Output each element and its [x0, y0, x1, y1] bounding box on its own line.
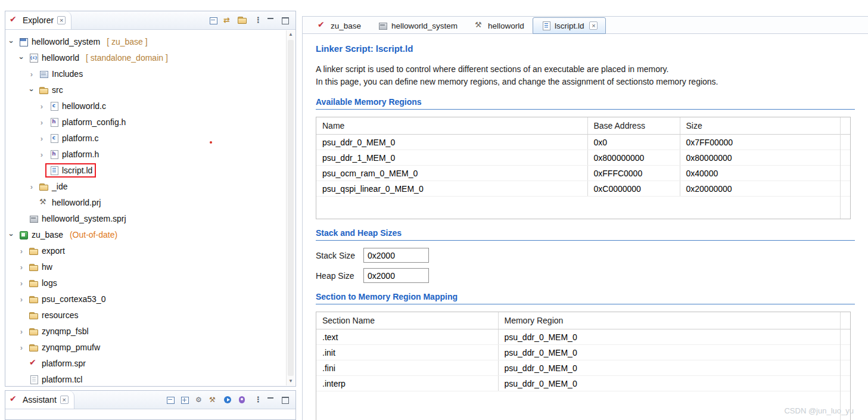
- tree-expand-arrow[interactable]: [37, 133, 46, 143]
- tree-item-body[interactable]: lscript.ld: [46, 164, 95, 176]
- tree-item[interactable]: resources: [5, 307, 285, 323]
- tree-expand-arrow[interactable]: [17, 343, 26, 352]
- tree-item[interactable]: helloworld.c: [5, 98, 285, 114]
- tree-item-body[interactable]: platform_config.h: [46, 116, 128, 128]
- tree-expand-arrow[interactable]: [17, 278, 26, 288]
- tree-item[interactable]: helloworld_system.sprj: [5, 210, 285, 226]
- tree-expand-arrow[interactable]: [27, 69, 36, 79]
- tree-expand-arrow[interactable]: [27, 198, 36, 207]
- editor-tab[interactable]: zu_base: [309, 17, 369, 34]
- tree-expand-arrow[interactable]: [17, 294, 26, 304]
- tree-expand-arrow[interactable]: [37, 101, 46, 111]
- tree-item-body[interactable]: logs: [26, 277, 60, 289]
- explorer-scrollbar[interactable]: ▲ ▼: [286, 30, 295, 385]
- tree-item[interactable]: helloworld [ standalone_domain ]: [5, 49, 285, 66]
- tree-item-body[interactable]: resources: [26, 309, 80, 321]
- tree-expand-arrow[interactable]: [17, 246, 26, 256]
- organize-files-icon[interactable]: [237, 15, 247, 25]
- tree-item[interactable]: hw: [5, 259, 285, 275]
- tree-item-body[interactable]: zynqmp_pmufw: [26, 341, 102, 353]
- column-header[interactable]: Memory Region: [498, 312, 850, 329]
- tree-expand-arrow[interactable]: [17, 375, 26, 384]
- column-header[interactable]: Base Address: [587, 117, 680, 135]
- maximize-icon[interactable]: [280, 15, 290, 25]
- tree-item-body[interactable]: zynqmp_fsbl: [26, 325, 91, 337]
- tree-expand-arrow[interactable]: [37, 117, 46, 127]
- column-header[interactable]: Name: [316, 117, 587, 135]
- tree-item[interactable]: lscript.ld: [5, 162, 285, 178]
- tree-item-body[interactable]: platform.spr: [26, 357, 88, 369]
- link-with-editor-icon[interactable]: [223, 15, 233, 25]
- view-menu-icon[interactable]: [251, 395, 262, 405]
- tree-item-body[interactable]: zu_base (Out-of-date): [16, 229, 120, 241]
- tree-item[interactable]: Includes: [5, 66, 285, 82]
- tree-expand-arrow[interactable]: [17, 53, 26, 63]
- tree-item-body[interactable]: hw: [26, 261, 55, 273]
- run-icon[interactable]: [223, 395, 233, 405]
- tree-item-body[interactable]: platform.c: [46, 132, 101, 144]
- stack-size-input[interactable]: [363, 248, 429, 263]
- table-row[interactable]: psu_qspi_linear_0_MEM_00xC00000000x20000…: [316, 181, 850, 197]
- minimize-icon[interactable]: [266, 15, 276, 25]
- tree-item[interactable]: zu_base (Out-of-date): [5, 226, 285, 242]
- tree-item-body[interactable]: src: [36, 84, 66, 96]
- tree-item-body[interactable]: helloworld.c: [46, 100, 108, 112]
- tree-item[interactable]: helloworld_system [ zu_base ]: [5, 33, 285, 49]
- tree-item[interactable]: zynqmp_pmufw: [5, 339, 285, 355]
- tree-item[interactable]: platform_config.h: [5, 114, 285, 130]
- collapse-all-icon[interactable]: [209, 15, 219, 25]
- table-row[interactable]: .finipsu_ddr_0_MEM_0: [316, 360, 850, 376]
- collapse-all-icon[interactable]: [166, 395, 176, 405]
- tree-item-body[interactable]: platform.tcl: [26, 374, 85, 385]
- tab-close-icon[interactable]: ×: [589, 21, 598, 30]
- tree-item[interactable]: helloworld.prj: [5, 194, 285, 210]
- tree-item-body[interactable]: helloworld_system.sprj: [26, 213, 129, 225]
- tree-item[interactable]: platform.spr: [5, 355, 285, 371]
- view-menu-icon[interactable]: [251, 15, 262, 25]
- table-row[interactable]: psu_ddr_1_MEM_00x8000000000x80000000: [316, 150, 850, 166]
- minimize-icon[interactable]: [266, 395, 276, 405]
- settings-icon[interactable]: [194, 395, 204, 405]
- tree-item-body[interactable]: export: [26, 245, 67, 257]
- tree-expand-arrow[interactable]: [17, 326, 26, 336]
- assistant-close-icon[interactable]: ×: [60, 396, 69, 404]
- tree-item[interactable]: _ide: [5, 178, 285, 194]
- heap-size-input[interactable]: [363, 268, 429, 283]
- tree-item-body[interactable]: _ide: [36, 181, 70, 192]
- tree-expand-arrow[interactable]: [27, 85, 36, 95]
- expand-all-icon[interactable]: [180, 395, 190, 405]
- column-header[interactable]: Section Name: [316, 312, 498, 329]
- tree-item[interactable]: platform.tcl: [5, 371, 285, 385]
- scrollbar-thumb[interactable]: [288, 40, 294, 376]
- tree-item[interactable]: export: [5, 242, 285, 259]
- scroll-down-icon[interactable]: ▼: [287, 377, 295, 385]
- tree-item-body[interactable]: psu_cortexa53_0: [26, 293, 108, 305]
- tree-item-body[interactable]: helloworld [ standalone_domain ]: [26, 52, 170, 64]
- table-row[interactable]: .interppsu_ddr_0_MEM_0: [316, 376, 850, 391]
- table-row[interactable]: .initpsu_ddr_0_MEM_0: [316, 345, 850, 360]
- tree-expand-arrow[interactable]: [7, 37, 16, 46]
- scroll-up-icon[interactable]: ▲: [287, 30, 295, 39]
- tree-item[interactable]: zynqmp_fsbl: [5, 323, 285, 339]
- debug-icon[interactable]: [237, 395, 247, 405]
- maximize-icon[interactable]: [280, 395, 290, 405]
- explorer-close-icon[interactable]: ×: [57, 16, 66, 24]
- tree-expand-arrow[interactable]: [17, 359, 26, 368]
- tree-expand-arrow[interactable]: [7, 230, 16, 239]
- table-row[interactable]: psu_ddr_0_MEM_00x00x7FF00000: [316, 135, 850, 150]
- editor-tab[interactable]: lscript.ld ×: [533, 17, 606, 34]
- tree-item-body[interactable]: helloworld.prj: [36, 197, 103, 209]
- column-header[interactable]: Size: [680, 117, 850, 135]
- tree-expand-arrow[interactable]: [37, 166, 46, 175]
- tree-item[interactable]: logs: [5, 275, 285, 291]
- table-row[interactable]: psu_ocm_ram_0_MEM_00xFFFC00000x40000: [316, 166, 850, 181]
- tree-item[interactable]: platform.c: [5, 130, 285, 146]
- tree-expand-arrow[interactable]: [17, 214, 26, 223]
- tree-expand-arrow[interactable]: [17, 310, 26, 320]
- tree-expand-arrow[interactable]: [37, 150, 46, 159]
- tree-item-body[interactable]: Includes: [36, 68, 85, 80]
- tree-item[interactable]: psu_cortexa53_0: [5, 291, 285, 307]
- editor-tab[interactable]: helloworld_system: [369, 17, 466, 34]
- table-row[interactable]: .textpsu_ddr_0_MEM_0: [316, 329, 850, 345]
- explorer-view-tab[interactable]: Explorer ×: [5, 11, 71, 29]
